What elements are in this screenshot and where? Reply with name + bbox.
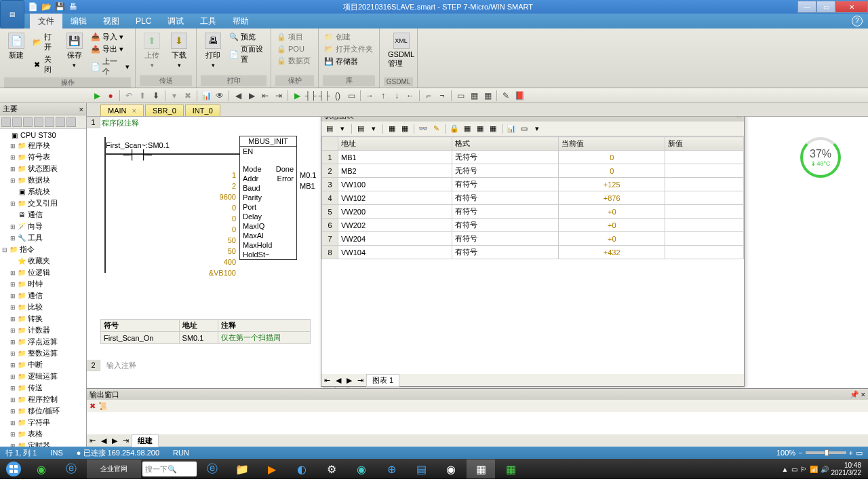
st-tb-13[interactable]: 📊: [506, 124, 517, 134]
qat-print-icon[interactable]: 🖶: [68, 1, 79, 12]
status-row[interactable]: 6VW202有符号+0: [322, 219, 744, 232]
tree-tb-6[interactable]: [56, 117, 65, 127]
tab-int[interactable]: INT_0: [185, 105, 220, 116]
st-tb-6[interactable]: ▦: [399, 124, 410, 134]
save-button[interactable]: 💾保存▾: [62, 31, 87, 70]
tb-box-icon[interactable]: ▭: [345, 90, 357, 102]
tree-tb-3[interactable]: [23, 117, 33, 127]
menu-debug[interactable]: 调试: [159, 14, 192, 29]
tb-download-icon[interactable]: ⬇: [150, 90, 162, 102]
st-tb-1[interactable]: ▤: [324, 124, 335, 134]
tree-tools[interactable]: ⊞🔧工具: [1, 232, 85, 244]
taskbar-folder-icon[interactable]: 📁: [228, 459, 256, 478]
tree-string[interactable]: ⊞📁字符串: [1, 417, 85, 428]
stop-icon[interactable]: ●: [104, 90, 117, 102]
tb-go-icon[interactable]: ▶: [291, 90, 303, 102]
st-tb-9[interactable]: 🔒: [449, 124, 460, 134]
tb-net1-icon[interactable]: ┤├: [304, 90, 317, 102]
tray-net-icon[interactable]: 📶: [810, 466, 818, 473]
tb-br2-icon[interactable]: ¬: [436, 90, 448, 102]
menu-tools[interactable]: 工具: [192, 14, 224, 29]
qat-open-icon[interactable]: 📂: [41, 1, 52, 12]
project-button[interactable]: 🔒项目: [275, 31, 312, 43]
tree-float[interactable]: ⊞📁浮点运算: [1, 336, 85, 348]
st-tab-chart1[interactable]: 图表 1: [366, 374, 399, 387]
tb-comm-icon[interactable]: ▭: [454, 90, 467, 102]
zoom-in-icon[interactable]: +: [849, 449, 853, 457]
preview-button[interactable]: 🔍预览: [228, 31, 267, 43]
ladder-editor[interactable]: 1 程序段注释 First_Scan~:SM0.1 ─┤ ├─ MBUS_INI…: [87, 117, 868, 388]
tb-wire1-icon[interactable]: →: [363, 90, 376, 102]
taskbar-chrome-icon[interactable]: ◉: [437, 459, 465, 478]
menu-file[interactable]: 文件: [30, 14, 62, 29]
tree-tb-1[interactable]: [1, 117, 11, 127]
tree-statchart[interactable]: ⊞📁状态图表: [1, 163, 85, 174]
status-close-icon[interactable]: ×: [737, 117, 741, 119]
tree-counter[interactable]: ⊞📁计数器: [1, 324, 85, 336]
menu-view[interactable]: 视图: [95, 14, 127, 29]
output-pin-icon[interactable]: 📌: [850, 390, 859, 398]
tree-bitlogic[interactable]: ⊞📁位逻辑: [1, 267, 85, 278]
tree-int[interactable]: ⊞📁整数运算: [1, 348, 85, 359]
tree-progctrl[interactable]: ⊞📁程序控制: [1, 394, 85, 405]
network-2-comment[interactable]: 输入注释: [102, 361, 136, 369]
open-button[interactable]: 📂打开: [31, 31, 60, 53]
st-tb-8[interactable]: ✎: [431, 124, 441, 134]
tb-nav1-icon[interactable]: ◀: [232, 90, 244, 102]
taskbar-app-3[interactable]: ⚙: [317, 459, 346, 478]
tb-book-icon[interactable]: 📕: [513, 90, 526, 102]
status-row[interactable]: 8VW104有符号+432: [322, 246, 744, 259]
help-icon[interactable]: ?: [852, 16, 863, 26]
tree-xfer[interactable]: ⊞📁传送: [1, 382, 85, 394]
tree-timer[interactable]: ⊞📁定时器: [1, 440, 85, 447]
print-button[interactable]: 🖶打印▾: [201, 31, 225, 70]
out-nav-first[interactable]: ⇤: [87, 436, 98, 445]
out-nav-prev[interactable]: ◀: [98, 436, 109, 445]
taskbar-app-2[interactable]: ◐: [288, 459, 316, 478]
tb-misc2-icon[interactable]: ▦: [481, 90, 494, 102]
network-comment[interactable]: 程序段注释: [102, 118, 139, 128]
taskbar-app-5[interactable]: ⊕: [377, 459, 406, 478]
tb-wire2-icon[interactable]: ↑: [377, 90, 389, 102]
output-close-icon[interactable]: ×: [861, 390, 865, 398]
tab-main-close-icon[interactable]: ×: [132, 107, 136, 115]
tree-interrupt[interactable]: ⊞📁中断: [1, 359, 85, 371]
menu-help[interactable]: 帮助: [224, 14, 257, 29]
download-button[interactable]: ⬇下载▾: [167, 31, 191, 70]
tree-xref[interactable]: ⊞📁交叉引用: [1, 198, 85, 209]
tree-symtbl[interactable]: ⊞📁符号表: [1, 151, 85, 163]
tb-nav3-icon[interactable]: ⇤: [259, 90, 271, 102]
tab-sbr[interactable]: SBR_0: [145, 105, 184, 116]
tray-up-icon[interactable]: ▲: [782, 466, 789, 473]
tree-logic[interactable]: ⊞📁逻辑运算: [1, 371, 85, 382]
taskbar-ie[interactable]: ⓔ: [57, 459, 85, 478]
tb-undo-icon[interactable]: ↶: [123, 90, 135, 102]
status-row[interactable]: 7VW204有符号+0: [322, 232, 744, 246]
taskbar-app-4[interactable]: ◉: [347, 459, 376, 478]
st-tb-4[interactable]: ▾: [368, 124, 379, 134]
tree-datablk[interactable]: ⊞📁数据块: [1, 174, 85, 186]
taskbar-app-1[interactable]: ◉: [27, 459, 56, 478]
st-tb-3[interactable]: ▤: [355, 124, 366, 134]
maximize-button[interactable]: ▭: [816, 1, 835, 13]
minimize-button[interactable]: —: [797, 1, 816, 13]
tree-clock[interactable]: ⊞📁时钟: [1, 278, 85, 290]
close-button[interactable]: ✕: [835, 1, 868, 13]
status-row[interactable]: 3VW100有符号+125: [322, 178, 744, 191]
tray-flag-icon[interactable]: 🏳: [800, 466, 807, 473]
st-nav-prev[interactable]: ◀: [333, 376, 344, 385]
out-nav-last[interactable]: ⇥: [120, 436, 132, 445]
upload-button[interactable]: ⬆上传▾: [140, 31, 164, 70]
tree-tb-5[interactable]: [45, 117, 54, 127]
new-button[interactable]: 📄新建: [4, 31, 28, 62]
tb-monitor-icon[interactable]: 👁: [214, 90, 226, 102]
tree-compare[interactable]: ⊞📁比较: [1, 301, 85, 313]
tb-net2-icon[interactable]: ┤├: [318, 90, 330, 102]
tb-wire3-icon[interactable]: ↓: [391, 90, 403, 102]
tb-nav2-icon[interactable]: ▶: [245, 90, 258, 102]
taskbar-ie2[interactable]: ⓔ: [198, 459, 226, 478]
taskbar-app-6[interactable]: ▤: [407, 459, 435, 478]
st-tb-10[interactable]: ▦: [462, 124, 473, 134]
qat-new-icon[interactable]: 📄: [27, 1, 38, 12]
tree-progblk[interactable]: ⊞📁程序块: [1, 140, 85, 151]
